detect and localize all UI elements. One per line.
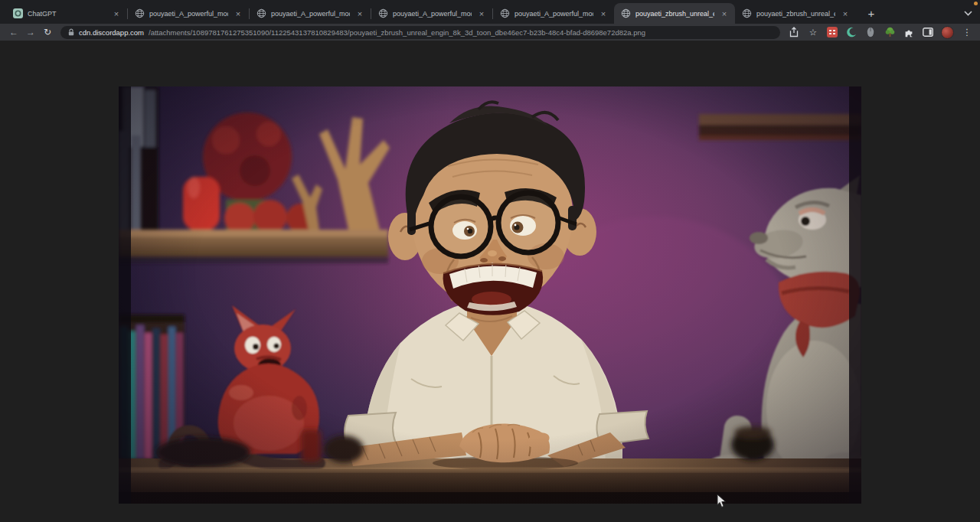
globe-favicon-icon [378, 8, 388, 18]
globe-favicon-icon [742, 8, 752, 18]
menu-icon[interactable]: ⋮ [961, 26, 973, 38]
tab-powerful-modern-3[interactable]: pouyaeti_A_powerful_modern × [371, 3, 492, 24]
globe-favicon-icon [500, 8, 510, 18]
tab-title: pouyaeti_zbrush_unreal_engin [756, 10, 835, 18]
tab-title: pouyaeti_A_powerful_modern [271, 10, 350, 18]
new-tab-button[interactable]: + [862, 5, 880, 23]
update-indicator-dot [974, 2, 978, 5]
tab-powerful-modern-1[interactable]: pouyaeti_A_powerful_modern × [128, 3, 249, 24]
toolbar-icons: ☆ ⋮ [788, 26, 973, 39]
forward-button[interactable]: → [24, 25, 38, 39]
red-extension-icon[interactable] [826, 26, 838, 38]
close-icon[interactable]: × [598, 8, 609, 19]
tab-chatgpt[interactable]: ChatGPT × [6, 3, 127, 24]
page-content [0, 41, 980, 522]
close-icon[interactable]: × [354, 8, 365, 19]
side-panel-icon[interactable] [922, 26, 934, 38]
browser-toolbar: ← → ↻ cdn.discordapp.com/attachments/108… [0, 24, 980, 41]
close-icon[interactable]: × [840, 8, 851, 19]
lock-icon [68, 28, 74, 36]
viewed-image[interactable] [119, 86, 861, 504]
reload-button[interactable]: ↻ [41, 25, 54, 39]
address-bar[interactable]: cdn.discordapp.com/attachments/108978176… [60, 26, 780, 39]
tab-title: pouyaeti_A_powerful_modern [393, 10, 472, 18]
tab-search-chevron-icon[interactable] [960, 6, 975, 20]
url-domain: cdn.discordapp.com [79, 28, 144, 37]
tab-title: pouyaeti_zbrush_unreal_engin [635, 10, 714, 18]
back-button[interactable]: ← [7, 25, 21, 39]
close-icon[interactable]: × [476, 8, 487, 19]
close-icon[interactable]: × [111, 8, 122, 19]
vignette [119, 86, 861, 504]
globe-favicon-icon [256, 8, 266, 18]
chatgpt-favicon-icon [13, 8, 23, 18]
tab-powerful-modern-4[interactable]: pouyaeti_A_powerful_modern × [493, 3, 614, 24]
tab-title: ChatGPT [28, 10, 106, 18]
tab-zbrush-unreal-2[interactable]: pouyaeti_zbrush_unreal_engin × [735, 3, 856, 24]
globe-favicon-icon [621, 8, 631, 18]
bookmark-star-icon[interactable]: ☆ [807, 26, 819, 38]
tab-strip: ChatGPT × pouyaeti_A_powerful_modern × p… [0, 0, 980, 24]
close-icon[interactable]: × [233, 8, 243, 19]
tab-title: pouyaeti_A_powerful_modern [149, 10, 228, 18]
dark-reader-moon-icon[interactable] [845, 26, 858, 38]
share-icon[interactable] [788, 26, 800, 38]
url-path: /attachments/1089781761275351090/1122543… [149, 28, 645, 37]
extensions-puzzle-icon[interactable] [903, 26, 915, 38]
profile-avatar[interactable] [941, 26, 954, 39]
close-icon[interactable]: × [719, 8, 730, 19]
mouse-cursor [717, 494, 727, 508]
globe-favicon-icon [135, 8, 145, 18]
tab-powerful-modern-2[interactable]: pouyaeti_A_powerful_modern × [250, 3, 371, 24]
mouse-extension-icon[interactable] [864, 26, 877, 38]
tab-title: pouyaeti_A_powerful_modern [514, 10, 593, 18]
tab-zbrush-unreal-active[interactable]: pouyaeti_zbrush_unreal_engin × [614, 3, 735, 24]
tree-extension-icon[interactable] [884, 26, 896, 38]
